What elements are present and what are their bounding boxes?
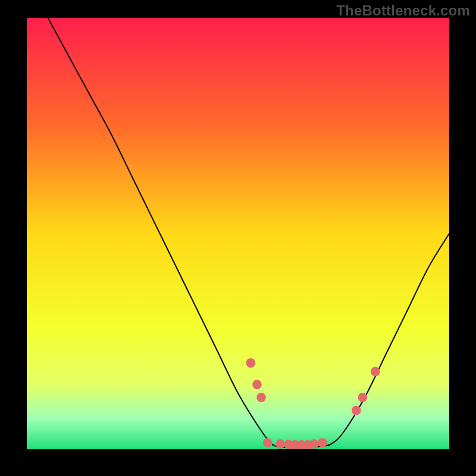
chart-frame: TheBottleneck.com <box>0 0 476 476</box>
data-marker <box>263 438 273 447</box>
plot-area <box>27 18 449 449</box>
chart-background <box>27 18 449 449</box>
watermark-text: TheBottleneck.com <box>336 2 470 19</box>
data-marker <box>358 393 368 402</box>
data-marker <box>352 406 361 415</box>
data-marker <box>246 358 255 368</box>
data-marker <box>275 439 285 449</box>
data-marker <box>252 380 262 389</box>
data-marker <box>371 367 380 377</box>
data-marker <box>256 393 266 402</box>
chart-svg <box>27 18 449 449</box>
data-marker <box>318 438 327 447</box>
data-marker <box>309 439 319 449</box>
